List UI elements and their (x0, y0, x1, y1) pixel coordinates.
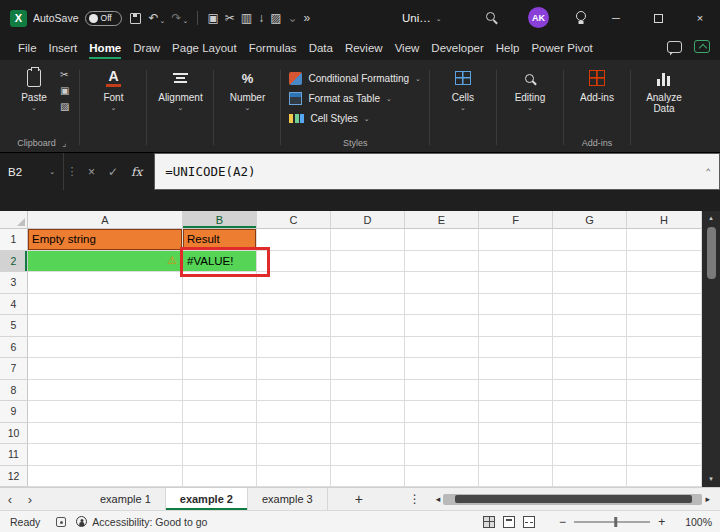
cell-D12[interactable] (331, 466, 405, 488)
scroll-up-icon[interactable]: ▴ (709, 211, 713, 224)
cell-D4[interactable] (331, 294, 405, 316)
col-header-G[interactable]: G (553, 211, 627, 229)
normal-view-button[interactable] (483, 516, 495, 528)
cell-E3[interactable] (405, 272, 479, 294)
maximize-button[interactable] (638, 0, 678, 36)
menu-insert[interactable]: Insert (43, 36, 84, 60)
cell-B5[interactable] (183, 315, 257, 337)
select-all-corner[interactable] (0, 211, 28, 229)
scroll-left-icon[interactable]: ◂ (436, 495, 441, 504)
cell-H2[interactable] (627, 251, 702, 273)
cancel-icon[interactable]: × (88, 165, 95, 179)
prev-sheet-icon[interactable]: ‹ (0, 488, 20, 510)
menu-view[interactable]: View (389, 36, 426, 60)
col-header-C[interactable]: C (257, 211, 331, 229)
enter-icon[interactable]: ✓ (108, 165, 118, 179)
chart-icon[interactable]: ▥ (241, 12, 252, 24)
menu-draw[interactable]: Draw (127, 36, 166, 60)
font-button[interactable]: A Font ⌄ (88, 67, 138, 109)
cell-B8[interactable] (183, 380, 257, 402)
cell-D11[interactable] (331, 444, 405, 466)
insert-function-icon[interactable]: fx (131, 165, 142, 179)
vscroll-thumb[interactable] (707, 227, 716, 279)
cell-C5[interactable] (257, 315, 331, 337)
menu-power-pivot[interactable]: Power Pivot (525, 36, 598, 60)
menu-formulas[interactable]: Formulas (243, 36, 303, 60)
paste-button[interactable]: Paste ⌄ (12, 67, 56, 109)
col-header-D[interactable]: D (331, 211, 405, 229)
cell-A5[interactable] (28, 315, 183, 337)
zoom-slider[interactable] (574, 521, 650, 523)
cell-A12[interactable] (28, 466, 183, 488)
copy-button[interactable]: ▣ (60, 86, 69, 96)
cell-E2[interactable] (405, 251, 479, 273)
cell-C2[interactable] (257, 251, 331, 273)
cell-C3[interactable] (257, 272, 331, 294)
cell-E7[interactable] (405, 358, 479, 380)
row-header-9[interactable]: 9 (0, 401, 28, 423)
cell-F1[interactable] (479, 229, 553, 251)
cell-G7[interactable] (553, 358, 627, 380)
hscroll-track[interactable] (443, 494, 702, 505)
zoom-in-button[interactable]: + (658, 515, 665, 529)
cell-B7[interactable] (183, 358, 257, 380)
cell-E8[interactable] (405, 380, 479, 402)
zoom-out-button[interactable]: − (559, 515, 566, 529)
cell-E11[interactable] (405, 444, 479, 466)
addins-button[interactable]: Add-ins (572, 67, 622, 103)
cells-button[interactable]: Cells ⌄ (438, 67, 488, 109)
scroll-right-icon[interactable]: ▸ (705, 495, 710, 504)
zoom-knob[interactable] (614, 517, 618, 527)
cell-H1[interactable] (627, 229, 702, 251)
row-header-7[interactable]: 7 (0, 358, 28, 380)
hscroll-thumb[interactable] (455, 495, 692, 503)
excel-logo-icon[interactable]: X (10, 10, 27, 27)
col-header-H[interactable]: H (627, 211, 702, 229)
cell-F2[interactable] (479, 251, 553, 273)
chevron-down-icon[interactable]: ⌄ (288, 12, 298, 24)
cell-H5[interactable] (627, 315, 702, 337)
cell-C11[interactable] (257, 444, 331, 466)
cell-styles-button[interactable]: Cell Styles ⌄ (289, 109, 420, 127)
cell-C6[interactable] (257, 337, 331, 359)
row-header-10[interactable]: 10 (0, 423, 28, 445)
cell-B3[interactable] (183, 272, 257, 294)
formula-input[interactable]: =UNICODE(A2) ⌃ (154, 153, 720, 190)
cell-G9[interactable] (553, 401, 627, 423)
clipboard-launcher-icon[interactable]: ⌟ (62, 138, 66, 148)
share-icon[interactable] (694, 40, 710, 53)
row-header-6[interactable]: 6 (0, 337, 28, 359)
menu-developer[interactable]: Developer (425, 36, 489, 60)
menu-review[interactable]: Review (339, 36, 389, 60)
undo-button[interactable]: ↶⌄ (149, 12, 166, 24)
conditional-formatting-button[interactable]: Conditional Formatting ⌄ (289, 69, 420, 87)
cell-H12[interactable] (627, 466, 702, 488)
row-header-3[interactable]: 3 (0, 272, 28, 294)
cell-A1[interactable]: Empty string (28, 229, 183, 251)
cell-H10[interactable] (627, 423, 702, 445)
cell-D10[interactable] (331, 423, 405, 445)
avatar[interactable]: AK (528, 7, 549, 28)
zoom-percentage[interactable]: 100% (685, 516, 712, 528)
cell-A10[interactable] (28, 423, 183, 445)
next-sheet-icon[interactable]: › (20, 488, 40, 510)
cell-C7[interactable] (257, 358, 331, 380)
cell-G3[interactable] (553, 272, 627, 294)
menu-page-layout[interactable]: Page Layout (166, 36, 243, 60)
row-header-5[interactable]: 5 (0, 315, 28, 337)
cell-D1[interactable] (331, 229, 405, 251)
cell-E1[interactable] (405, 229, 479, 251)
cell-E6[interactable] (405, 337, 479, 359)
cell-E4[interactable] (405, 294, 479, 316)
page-break-view-button[interactable] (523, 516, 535, 528)
menu-help[interactable]: Help (490, 36, 526, 60)
cell-C9[interactable] (257, 401, 331, 423)
cell-D8[interactable] (331, 380, 405, 402)
new-sheet-button[interactable]: + (342, 488, 376, 510)
cell-H8[interactable] (627, 380, 702, 402)
horizontal-scrollbar[interactable]: ◂ ▸ (436, 493, 710, 505)
cell-B10[interactable] (183, 423, 257, 445)
cell-F10[interactable] (479, 423, 553, 445)
cell-G11[interactable] (553, 444, 627, 466)
close-button[interactable]: × (680, 0, 720, 36)
